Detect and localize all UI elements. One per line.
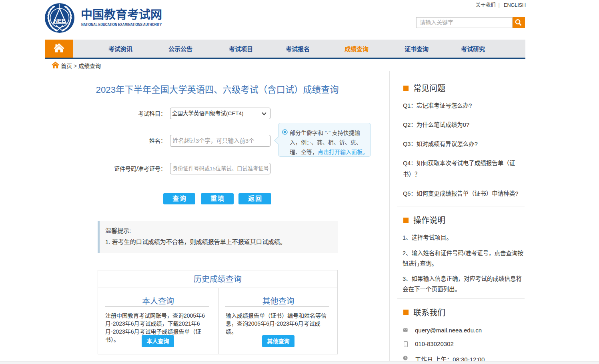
svg-text:NEE: NEE xyxy=(54,17,66,24)
